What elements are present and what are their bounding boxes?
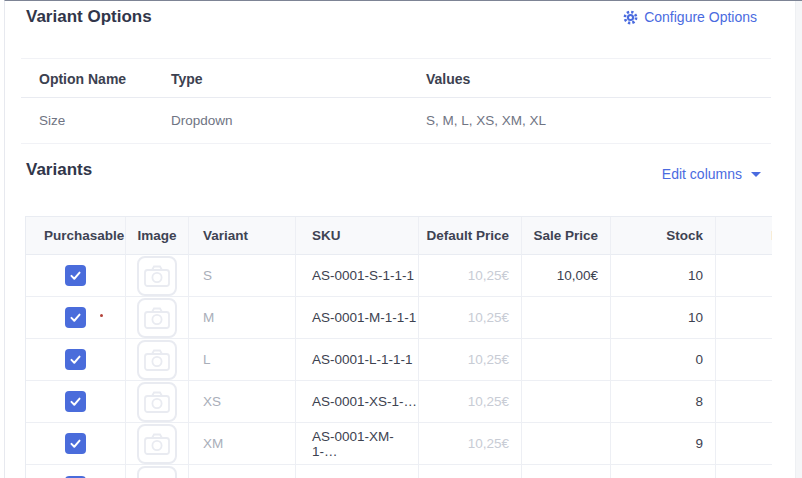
default-price-value[interactable]: 10,25€ <box>419 339 522 381</box>
chevron-down-icon <box>751 172 761 177</box>
image-placeholder[interactable] <box>137 382 177 422</box>
variants-table: Purchasable Image Variant SKU Default Pr… <box>25 216 772 478</box>
image-placeholder[interactable] <box>137 298 177 338</box>
stray-dot-marker <box>100 314 103 317</box>
stock-value[interactable]: 0 <box>611 339 716 381</box>
check-icon <box>69 353 82 366</box>
col-default-price: Default Price <box>419 217 522 255</box>
col-clipped: I <box>716 217 772 255</box>
edit-columns-label: Edit columns <box>662 166 742 182</box>
option-row-size[interactable]: Size Dropdown S, M, L, XS, XM, XL <box>21 98 771 144</box>
col-sku: SKU <box>296 217 419 255</box>
purchasable-checkbox[interactable] <box>65 349 86 370</box>
table-row: L AS-0001-L-1-1-1 10,25€ 0 <box>26 339 772 381</box>
check-icon <box>69 311 82 324</box>
col-type: Type <box>171 59 426 99</box>
default-price-value[interactable]: 10,25€ <box>419 381 522 423</box>
purchasable-checkbox[interactable] <box>65 307 86 328</box>
camera-icon <box>144 349 170 371</box>
col-sale-price: Sale Price <box>522 217 611 255</box>
purchasable-checkbox[interactable] <box>65 433 86 454</box>
image-placeholder[interactable] <box>137 424 177 464</box>
sale-price-value[interactable] <box>522 423 611 465</box>
options-table: Option Name Type Values Size Dropdown S,… <box>21 58 771 144</box>
default-price-value[interactable]: 10,25€ <box>419 297 522 339</box>
vertical-scrollbar[interactable] <box>795 1 802 478</box>
page-title: Variant Options <box>26 7 152 27</box>
sale-price-value[interactable] <box>522 297 611 339</box>
purchasable-checkbox[interactable] <box>65 391 86 412</box>
stock-value[interactable]: 10 <box>611 255 716 297</box>
camera-icon <box>144 307 170 329</box>
variants-table-body: S AS-0001-S-1-1-1 10,25€ 10,00€ 10 <box>26 255 772 478</box>
sku-value: AS-0001-XM-1-… <box>296 423 419 465</box>
stock-value[interactable]: 8 <box>611 381 716 423</box>
variant-name: XS <box>189 381 296 423</box>
variants-table-header: Purchasable Image Variant SKU Default Pr… <box>26 217 772 255</box>
variant-name: XM <box>189 423 296 465</box>
image-placeholder[interactable] <box>137 256 177 296</box>
camera-icon <box>144 391 170 413</box>
table-row: XM AS-0001-XM-1-… 10,25€ 9 <box>26 423 772 465</box>
sku-value: AS-0001-M-1-1-1 <box>296 297 419 339</box>
stock-value[interactable]: 10 <box>611 297 716 339</box>
table-row: S AS-0001-S-1-1-1 10,25€ 10,00€ 10 <box>26 255 772 297</box>
check-icon <box>69 395 82 408</box>
camera-icon <box>144 265 170 287</box>
sku-value: AS-0001-S-1-1-1 <box>296 255 419 297</box>
check-icon <box>69 269 82 282</box>
col-purchasable: Purchasable <box>26 217 126 255</box>
table-row: XS AS-0001-XS-1-… 10,25€ 8 <box>26 381 772 423</box>
default-price-value[interactable]: 10,25€ <box>419 255 522 297</box>
variant-name: S <box>189 255 296 297</box>
col-values: Values <box>426 59 771 99</box>
edit-columns-button[interactable]: Edit columns <box>662 166 761 182</box>
option-values-value: S, M, L, XS, XM, XL <box>426 98 771 144</box>
image-placeholder[interactable] <box>137 466 177 478</box>
variant-name: L <box>189 339 296 381</box>
camera-icon <box>144 433 170 455</box>
col-option-name: Option Name <box>39 59 171 99</box>
default-price-value[interactable]: 10,25€ <box>419 423 522 465</box>
image-placeholder[interactable] <box>137 340 177 380</box>
stock-value[interactable]: 9 <box>611 423 716 465</box>
option-name-value: Size <box>39 98 171 144</box>
col-image: Image <box>126 217 189 255</box>
variants-title: Variants <box>26 160 92 180</box>
table-row: M AS-0001-M-1-1-1 10,25€ 10 <box>26 297 772 339</box>
table-row-partial <box>26 465 772 478</box>
configure-options-button[interactable]: Configure Options <box>623 9 757 25</box>
sale-price-value[interactable] <box>522 381 611 423</box>
gear-icon <box>623 10 638 25</box>
sku-value: AS-0001-L-1-1-1 <box>296 339 419 381</box>
col-stock: Stock <box>611 217 716 255</box>
variant-name: M <box>189 297 296 339</box>
variant-options-panel: Variant Options Configure Options Option… <box>4 0 802 478</box>
option-type-value: Dropdown <box>171 98 426 144</box>
options-table-header: Option Name Type Values <box>21 58 771 98</box>
sku-value: AS-0001-XS-1-… <box>296 381 419 423</box>
purchasable-checkbox[interactable] <box>65 265 86 286</box>
configure-options-label: Configure Options <box>644 9 757 25</box>
col-variant: Variant <box>189 217 296 255</box>
sale-price-value[interactable] <box>522 339 611 381</box>
check-icon <box>69 437 82 450</box>
sale-price-value[interactable]: 10,00€ <box>522 255 611 297</box>
